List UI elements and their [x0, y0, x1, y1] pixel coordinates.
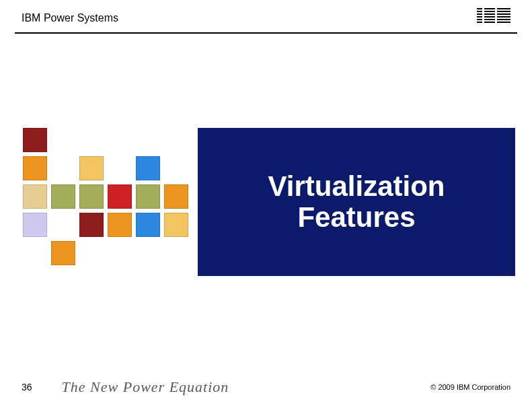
tagline-text: The New Power Equation	[62, 378, 229, 395]
mosaic-empty	[79, 128, 104, 152]
mosaic-square	[108, 184, 132, 209]
mosaic-empty	[23, 241, 47, 265]
mosaic-square	[51, 184, 75, 209]
mosaic-square	[108, 213, 132, 237]
mosaic-empty	[108, 241, 132, 265]
mosaic-empty	[136, 241, 160, 265]
mosaic-empty	[51, 213, 75, 237]
mosaic-row	[23, 213, 211, 237]
mosaic-square	[136, 156, 160, 180]
mosaic-row	[23, 156, 211, 180]
tagline: The New Power Equation	[62, 378, 229, 396]
mosaic-square	[164, 184, 188, 209]
ibm-logo-b	[484, 8, 495, 23]
copyright: © 2009 IBM Corporation	[430, 383, 510, 391]
mosaic-square	[136, 184, 160, 209]
mosaic-empty	[79, 241, 104, 265]
header-divider	[15, 32, 517, 34]
mosaic-row	[23, 241, 211, 265]
mosaic-row	[23, 184, 211, 209]
mosaic-square	[51, 241, 75, 265]
mosaic-empty	[164, 241, 188, 265]
title-box: Virtualization Features	[198, 128, 515, 276]
mosaic-square	[164, 213, 188, 237]
footer: 36 The New Power Equation © 2009 IBM Cor…	[22, 377, 510, 397]
mosaic-empty	[136, 128, 160, 152]
footer-left: 36 The New Power Equation	[22, 378, 229, 396]
mosaic-square	[136, 213, 160, 237]
header: IBM Power Systems	[22, 12, 510, 32]
mosaic-empty	[164, 156, 188, 180]
mosaic-square	[23, 156, 47, 180]
mosaic-graphic	[23, 128, 211, 276]
mosaic-square	[79, 156, 104, 180]
mosaic-square	[23, 213, 47, 237]
header-title: IBM Power Systems	[22, 12, 510, 24]
mosaic-square	[23, 184, 47, 209]
mosaic-empty	[51, 128, 75, 152]
mosaic-square	[23, 128, 47, 152]
slide-title: Virtualization Features	[268, 171, 445, 233]
mosaic-empty	[51, 156, 75, 180]
page-number: 36	[22, 382, 32, 392]
ibm-logo-i	[477, 8, 482, 23]
mosaic-square	[79, 184, 104, 209]
mosaic-empty	[164, 128, 188, 152]
mosaic-empty	[108, 128, 132, 152]
ibm-logo-m	[497, 8, 510, 23]
mosaic-square	[79, 213, 104, 237]
ibm-logo-icon	[477, 8, 510, 23]
slide: IBM Power Systems	[0, 0, 532, 412]
mosaic-row	[23, 128, 211, 152]
mosaic-empty	[108, 156, 132, 180]
